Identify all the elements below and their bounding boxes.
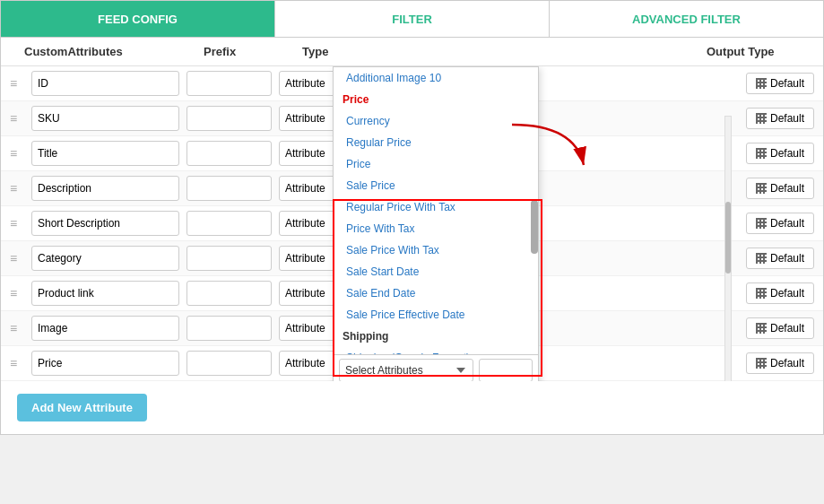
main-container: FEED CONFIG FILTER ADVANCED FILTER Custo…	[0, 0, 824, 435]
drag-handle[interactable]: ≡	[10, 321, 24, 335]
drag-handle[interactable]: ≡	[10, 216, 24, 230]
dropdown-item[interactable]: Shipping (Google Format)	[334, 347, 538, 354]
dropdown-item[interactable]: Sale End Date	[334, 282, 538, 304]
prefix-input[interactable]	[186, 281, 272, 306]
grid-icon	[756, 218, 767, 229]
tabs-bar: FEED CONFIG FILTER ADVANCED FILTER	[1, 1, 823, 38]
dropdown-item[interactable]: Sale Price Effective Date	[334, 304, 538, 326]
custom-attribute-input[interactable]	[31, 106, 179, 131]
tab-filter[interactable]: FILTER	[275, 1, 550, 37]
output-type-button[interactable]: Default	[746, 143, 814, 164]
dropdown-item[interactable]: Regular Price	[334, 132, 538, 153]
header-type: Type	[302, 45, 428, 58]
custom-attribute-input[interactable]	[31, 71, 179, 96]
dropdown-overlay: Additional ImagesAdditional Image 6Addit…	[333, 66, 539, 381]
drag-handle[interactable]: ≡	[10, 181, 24, 196]
add-button-container: Add New Attribute	[1, 381, 823, 434]
grid-icon	[756, 323, 767, 334]
main-scrollbar-thumb	[725, 202, 731, 274]
output-type-button[interactable]: Default	[746, 282, 814, 304]
prefix-input[interactable]	[186, 316, 272, 341]
custom-attribute-input[interactable]	[31, 316, 179, 341]
dropdown-list: Additional ImagesAdditional Image 6Addit…	[334, 67, 538, 354]
tab-advanced-filter[interactable]: ADVANCED FILTER	[550, 1, 823, 37]
output-type-button[interactable]: Default	[746, 248, 814, 269]
output-type-button[interactable]: Default	[746, 73, 814, 94]
output-type-button[interactable]: Default	[746, 317, 814, 339]
prefix-input[interactable]	[186, 106, 272, 131]
dropdown-item[interactable]: Sale Start Date	[334, 261, 538, 282]
dropdown-item[interactable]: Sale Price With Tax	[334, 239, 538, 261]
custom-attribute-input[interactable]	[31, 351, 179, 376]
output-type-button[interactable]: Default	[746, 352, 814, 374]
drag-handle[interactable]: ≡	[10, 146, 24, 161]
drag-handle[interactable]: ≡	[10, 356, 24, 370]
grid-icon	[756, 358, 767, 369]
grid-icon	[756, 148, 767, 159]
dropdown-footer-input[interactable]	[479, 359, 533, 381]
dropdown-group-label: Price	[334, 89, 538, 110]
custom-attribute-input[interactable]	[31, 176, 179, 201]
grid-icon	[756, 113, 767, 124]
header-output-type: Output Type	[707, 45, 814, 58]
dropdown-item[interactable]: Regular Price With Tax	[334, 196, 538, 218]
prefix-input[interactable]	[186, 176, 272, 201]
prefix-input[interactable]	[186, 246, 272, 271]
grid-icon	[756, 183, 767, 194]
grid-icon	[756, 253, 767, 264]
custom-attribute-input[interactable]	[31, 281, 179, 306]
dropdown-item[interactable]: Sale Price	[334, 175, 538, 196]
drag-handle[interactable]: ≡	[10, 286, 24, 300]
output-type-button[interactable]: Default	[746, 108, 814, 129]
output-type-button[interactable]: Default	[746, 178, 814, 199]
add-new-attribute-button[interactable]: Add New Attribute	[17, 394, 147, 421]
output-type-button[interactable]: Default	[746, 213, 814, 234]
prefix-input[interactable]	[186, 141, 272, 166]
drag-handle[interactable]: ≡	[10, 111, 24, 126]
dropdown-footer: Select Attributes	[334, 354, 538, 381]
header-custom-attributes: CustomAttributes	[24, 45, 204, 58]
custom-attribute-input[interactable]	[31, 211, 179, 236]
header-prefix: Prefix	[204, 45, 302, 58]
dropdown-scrollbar[interactable]	[531, 200, 538, 254]
custom-attribute-input[interactable]	[31, 246, 179, 271]
prefix-input[interactable]	[186, 351, 272, 376]
dropdown-item[interactable]: Price With Tax	[334, 218, 538, 239]
dropdown-item[interactable]: Additional Image 10	[334, 67, 538, 89]
tab-feed-config[interactable]: FEED CONFIG	[1, 1, 275, 37]
table-wrapper: ≡ Attribute Static Value Pattern Default…	[1, 66, 823, 381]
select-attributes-dropdown[interactable]: Select Attributes	[339, 359, 473, 381]
drag-handle[interactable]: ≡	[10, 251, 24, 265]
custom-attribute-input[interactable]	[31, 141, 179, 166]
drag-handle[interactable]: ≡	[10, 76, 24, 91]
grid-icon	[756, 78, 767, 89]
main-scrollbar[interactable]	[724, 116, 732, 381]
dropdown-group-label: Shipping	[334, 326, 538, 347]
table-header: CustomAttributes Prefix Type Output Type	[1, 38, 823, 66]
prefix-input[interactable]	[186, 71, 272, 96]
dropdown-item[interactable]: Currency	[334, 110, 538, 132]
dropdown-item[interactable]: Price	[334, 153, 538, 175]
grid-icon	[756, 288, 767, 299]
prefix-input[interactable]	[186, 211, 272, 236]
